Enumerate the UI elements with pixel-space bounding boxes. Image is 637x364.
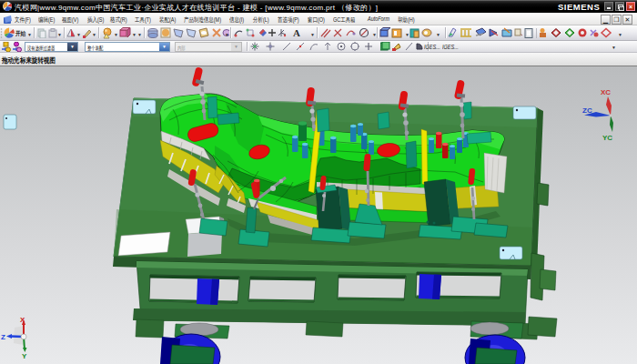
svg-text:Y: Y [22,352,27,360]
svg-text:YC: YC [602,134,612,142]
svg-text:X: X [20,316,25,324]
svg-text:Z: Z [1,333,5,341]
svg-text:ZC: ZC [582,106,592,115]
svg-text:XC: XC [601,88,611,96]
